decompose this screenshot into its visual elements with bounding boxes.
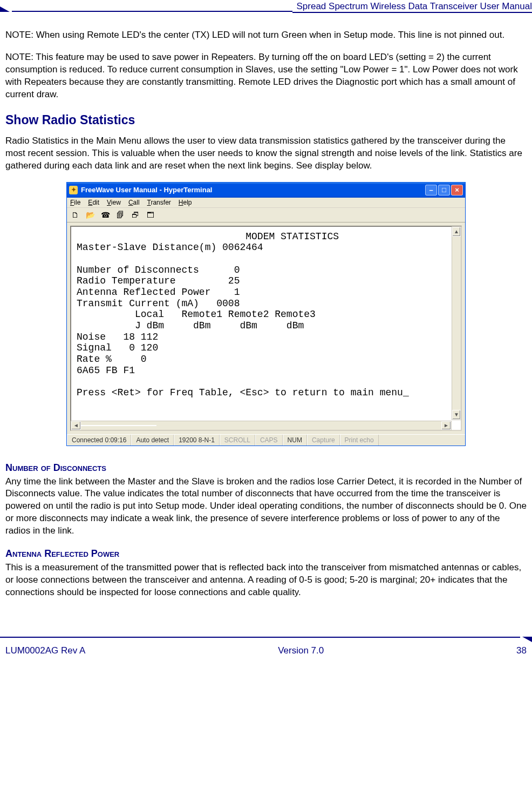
status-connected: Connected 0:09:16 <box>67 435 131 446</box>
section-paragraph: Radio Statistics in the Main Menu allows… <box>5 135 527 172</box>
menu-call[interactable]: Call <box>128 199 140 206</box>
terminal-output[interactable]: MODEM STATISTICS Master-Slave Distance(m… <box>70 226 462 431</box>
footer-doc-id: LUM0002AG Rev A <box>5 645 85 656</box>
status-capture: Capture <box>307 435 340 446</box>
header-ornament-icon <box>0 6 10 12</box>
minimize-button[interactable]: – <box>425 185 437 195</box>
vertical-scrollbar[interactable]: ▲ ▼ <box>452 226 461 420</box>
document-title: Spread Spectrum Wireless Data Transceive… <box>292 1 533 13</box>
footer-page-number: 38 <box>516 645 527 656</box>
status-bar: Connected 0:09:16 Auto detect 19200 8-N-… <box>67 434 465 446</box>
scroll-down-icon[interactable]: ▼ <box>452 410 461 420</box>
page-header: Spread Spectrum Wireless Data Transceive… <box>0 0 532 13</box>
page-footer: LUM0002AG Rev A Version 7.0 38 <box>0 637 532 663</box>
scroll-up-icon[interactable]: ▲ <box>452 227 461 237</box>
subsection-text-disconnects: Any time the link between the Master and… <box>5 476 527 538</box>
window-title: FreeWave User Manual - HyperTerminal <box>81 186 425 194</box>
terminal-frame: MODEM STATISTICS Master-Slave Distance(m… <box>67 222 465 434</box>
horizontal-scrollbar[interactable]: ◄ ► <box>71 421 452 430</box>
new-icon[interactable]: 🗋 <box>70 210 80 220</box>
menu-file[interactable]: File <box>70 199 80 206</box>
call-icon[interactable]: ☎ <box>100 210 110 220</box>
status-detect: Auto detect <box>131 435 174 446</box>
status-port: 19200 8-N-1 <box>174 435 220 446</box>
menu-bar: File Edit View Call Transfer Help <box>67 198 465 208</box>
maximize-button[interactable]: □ <box>438 185 450 195</box>
hyperterminal-window: ✦ FreeWave User Manual - HyperTerminal –… <box>66 182 466 446</box>
menu-transfer[interactable]: Transfer <box>147 199 171 206</box>
send-icon[interactable]: 🗗 <box>131 210 140 220</box>
window-titlebar[interactable]: ✦ FreeWave User Manual - HyperTerminal –… <box>67 183 465 198</box>
header-rule <box>12 11 292 12</box>
status-scroll: SCROLL <box>220 435 255 446</box>
menu-edit[interactable]: Edit <box>88 199 99 206</box>
note-paragraph-2: NOTE: This feature may be used to save p… <box>5 51 527 101</box>
toolbar: 🗋 📂 ☎ 🗐 🗗 🗔 <box>67 208 465 222</box>
section-heading: Show Radio Statistics <box>5 113 527 127</box>
app-icon: ✦ <box>69 186 78 194</box>
open-icon[interactable]: 📂 <box>85 210 95 220</box>
footer-rule <box>0 637 520 638</box>
subsection-text-antenna: This is a measurement of the transmitted… <box>5 562 527 599</box>
subsection-heading-disconnects: Number of Disconnects <box>5 462 527 474</box>
close-button[interactable]: × <box>451 185 463 195</box>
properties-icon[interactable]: 🗔 <box>146 210 155 220</box>
scroll-thumb[interactable] <box>81 425 156 426</box>
note-paragraph-1: NOTE: When using Remote LED's the center… <box>5 29 527 42</box>
footer-version: Version 7.0 <box>278 645 324 656</box>
status-num: NUM <box>283 435 307 446</box>
scroll-right-icon[interactable]: ► <box>441 421 451 430</box>
menu-view[interactable]: View <box>107 199 121 206</box>
menu-help[interactable]: Help <box>179 199 192 206</box>
status-caps: CAPS <box>255 435 283 446</box>
footer-ornament-icon <box>522 637 532 642</box>
disconnect-icon[interactable]: 🗐 <box>115 210 125 220</box>
scroll-left-icon[interactable]: ◄ <box>71 421 81 430</box>
status-echo: Print echo <box>340 435 379 446</box>
subsection-heading-antenna: Antenna Reflected Power <box>5 548 527 559</box>
